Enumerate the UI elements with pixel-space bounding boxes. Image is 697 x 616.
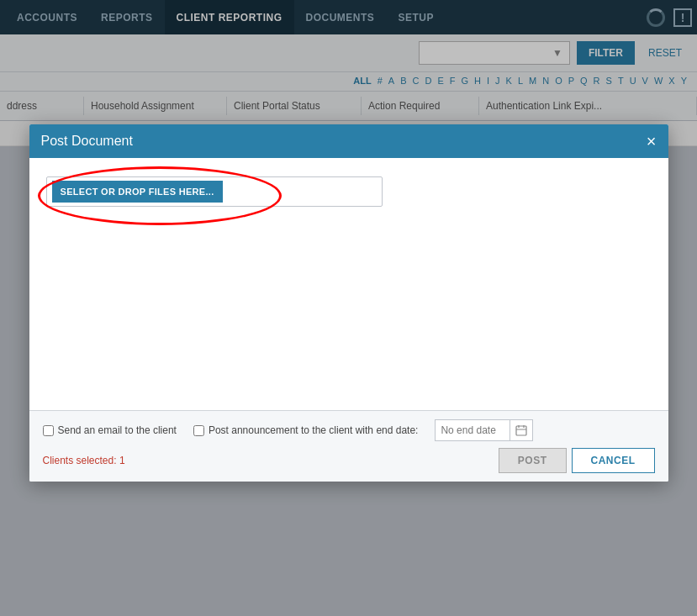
modal-title: Post Document xyxy=(41,134,133,149)
calendar-icon[interactable] xyxy=(510,419,533,441)
footer-buttons: POST CANCEL xyxy=(499,448,655,473)
modal-header: Post Document × xyxy=(29,124,668,158)
clients-selected-label: Clients selected: 1 xyxy=(43,455,125,466)
upload-area: SELECT OR DROP FILES HERE... xyxy=(46,176,652,207)
modal-close-button[interactable]: × xyxy=(647,133,657,150)
modal-footer: Send an email to the client Post announc… xyxy=(29,410,668,482)
post-announcement-checkbox[interactable] xyxy=(193,425,204,436)
post-document-modal: Post Document × SELECT OR DROP FILES HER… xyxy=(29,124,668,482)
modal-body: SELECT OR DROP FILES HERE... xyxy=(29,158,668,410)
end-date-input[interactable] xyxy=(435,419,510,441)
svg-rect-0 xyxy=(516,426,526,435)
post-button[interactable]: POST xyxy=(499,448,567,473)
footer-actions: Clients selected: 1 POST CANCEL xyxy=(43,448,655,473)
cancel-button[interactable]: CANCEL xyxy=(572,448,655,473)
post-announcement-checkbox-label[interactable]: Post announcement to the client with end… xyxy=(193,424,419,436)
footer-options: Send an email to the client Post announc… xyxy=(43,419,655,441)
send-email-checkbox-label[interactable]: Send an email to the client xyxy=(43,424,177,436)
select-files-button[interactable]: SELECT OR DROP FILES HERE... xyxy=(52,181,223,203)
modal-overlay: Post Document × SELECT OR DROP FILES HER… xyxy=(0,0,697,616)
upload-box[interactable]: SELECT OR DROP FILES HERE... xyxy=(46,176,383,207)
send-email-checkbox[interactable] xyxy=(43,425,54,436)
